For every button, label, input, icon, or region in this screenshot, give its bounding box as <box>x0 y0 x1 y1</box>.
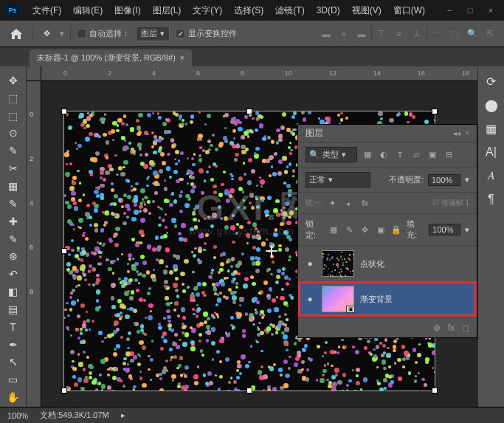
pen-tool[interactable]: ✒ <box>3 337 24 353</box>
align-middle-icon[interactable]: ≡ <box>391 26 407 42</box>
filter-type-icon[interactable]: T <box>394 149 406 161</box>
move-tool-icon[interactable]: ✥ <box>39 27 54 41</box>
filter-smart-icon[interactable]: ▣ <box>427 149 438 161</box>
crop-tool[interactable]: ✂ <box>3 160 24 176</box>
layer-mask-icon[interactable]: ◻ <box>462 323 469 333</box>
lasso-tool[interactable]: ⊙ <box>3 125 24 142</box>
share-icon[interactable]: ⇱ <box>482 26 498 42</box>
menu-layer[interactable]: 图层(L) <box>147 4 187 17</box>
filter-type-select[interactable]: 🔍 类型 ▾ <box>305 147 357 162</box>
handle-mid-left[interactable] <box>61 248 67 254</box>
chevron-right-icon[interactable]: ▸ <box>121 410 125 420</box>
gradient-tool[interactable]: ▤ <box>3 301 24 317</box>
hand-tool[interactable]: ✋ <box>3 389 24 405</box>
maximize-button[interactable]: □ <box>463 5 477 16</box>
auto-select-checkbox[interactable]: 自动选择： <box>77 28 130 39</box>
tab-close-icon[interactable]: × <box>180 54 184 62</box>
menu-edit[interactable]: 编辑(E) <box>67 4 108 17</box>
align-center-h-icon[interactable]: ≡ <box>336 26 352 42</box>
quick-select-tool[interactable]: ✎ <box>3 142 24 159</box>
filter-adjust-icon[interactable]: ◐ <box>378 149 390 161</box>
lock-artboard-icon[interactable]: ▣ <box>375 224 386 235</box>
opacity-input[interactable]: 100% <box>428 174 460 186</box>
layer-style-icon[interactable]: fx <box>448 323 455 333</box>
frame-tool[interactable]: ▦ <box>3 178 24 194</box>
artboard-tool[interactable]: ⬚ <box>3 90 24 106</box>
handle-top-left[interactable] <box>61 109 67 114</box>
history-icon[interactable]: ⟳ <box>483 72 500 90</box>
3d-mode-icon[interactable]: ⬚ <box>446 26 463 42</box>
visibility-icon[interactable]: ● <box>304 258 316 269</box>
paragraph-icon[interactable]: 𝐴 <box>483 167 500 185</box>
link-layers-icon[interactable]: ⊕ <box>433 323 441 333</box>
align-top-icon[interactable]: ⊤ <box>373 26 390 42</box>
menu-window[interactable]: 窗口(W) <box>387 4 431 17</box>
handle-bot-mid[interactable] <box>246 388 252 393</box>
healing-tool[interactable]: ✚ <box>3 213 24 230</box>
type-panel-icon[interactable]: A| <box>483 143 500 161</box>
menu-filter[interactable]: 滤镜(T) <box>269 4 310 17</box>
chevron-down-icon[interactable]: ▾ <box>465 175 469 185</box>
propagate-checkbox[interactable]: ☑ 传播帧 1 <box>432 198 469 208</box>
move-tool[interactable]: ✥ <box>3 72 24 89</box>
home-button[interactable] <box>6 25 27 43</box>
unify-pos-icon[interactable]: ✦ <box>327 197 339 209</box>
layer-thumbnail[interactable]: ▣ <box>322 286 354 312</box>
target-select[interactable]: 图层 ▾ <box>136 26 170 41</box>
lock-pixels-icon[interactable]: ✎ <box>344 224 355 235</box>
layer-thumbnail[interactable] <box>322 250 354 277</box>
separator <box>371 26 372 41</box>
layer-item-pointillize[interactable]: ● 点状化 <box>298 246 477 281</box>
filter-shape-icon[interactable]: ▱ <box>410 149 422 161</box>
collapse-icon[interactable]: ◂◂ <box>453 129 460 137</box>
lock-all-icon[interactable]: 🔒 <box>391 224 402 235</box>
align-left-icon[interactable]: ▬ <box>318 26 334 42</box>
align-right-icon[interactable]: ▬ <box>353 26 370 42</box>
eyedropper-tool[interactable]: ✎ <box>3 196 24 212</box>
chevron-down-icon: ▾ <box>60 29 64 38</box>
type-tool[interactable]: T <box>3 319 24 335</box>
marquee-tool[interactable]: ⬚ <box>3 108 24 124</box>
unify-vis-icon[interactable]: ⬥ <box>343 197 355 209</box>
unify-style-icon[interactable]: fx <box>359 197 371 209</box>
show-transform-checkbox[interactable]: 显示变换控件 <box>176 28 237 39</box>
clone-tool[interactable]: ⊛ <box>3 248 24 264</box>
document-tab[interactable]: 未标题-1 @ 100% (渐变背景, RGB/8#) × <box>30 49 192 66</box>
menu-type[interactable]: 文字(Y) <box>187 4 228 17</box>
color-icon[interactable]: ⬤ <box>483 96 500 114</box>
blend-mode-select[interactable]: 正常 ▾ <box>305 172 370 188</box>
eraser-tool[interactable]: ◧ <box>3 283 24 300</box>
handle-top-right[interactable] <box>432 109 438 114</box>
history-brush-tool[interactable]: ↶ <box>3 266 24 282</box>
minimize-button[interactable]: − <box>442 5 457 16</box>
search-icon[interactable]: 🔍 <box>464 26 480 42</box>
fill-input[interactable]: 100% <box>429 224 460 235</box>
path-tool[interactable]: ↖ <box>3 354 24 371</box>
handle-bot-right[interactable] <box>432 388 438 393</box>
lock-transparent-icon[interactable]: ▦ <box>328 224 339 235</box>
handle-bot-left[interactable] <box>61 388 67 393</box>
options-bar: ✥ ▾ 自动选择： 图层 ▾ 显示变换控件 ▬ ≡ ▬ ⊤ ≡ ⊥ ⋯ ⬚ 🔍 … <box>0 21 504 47</box>
zoom-level[interactable]: 100% <box>7 411 28 420</box>
more-icon[interactable]: ⋯ <box>429 26 445 42</box>
menu-view[interactable]: 视图(V) <box>346 4 387 17</box>
visibility-icon[interactable]: ● <box>304 294 316 304</box>
layer-item-gradient[interactable]: ● ▣ 渐变背景 <box>298 281 477 317</box>
menu-file[interactable]: 文件(F) <box>27 4 67 17</box>
close-panel-icon[interactable]: × <box>465 129 469 137</box>
chevron-down-icon[interactable]: ▾ <box>465 225 469 235</box>
close-button[interactable]: × <box>483 5 498 16</box>
filter-toggle-icon[interactable]: ⊟ <box>443 149 455 161</box>
handle-top-mid[interactable] <box>246 109 252 114</box>
swatches-icon[interactable]: ▦ <box>483 120 500 137</box>
align-bottom-icon[interactable]: ⊥ <box>409 26 425 42</box>
menu-3d[interactable]: 3D(D) <box>311 5 346 16</box>
paragraph-styles-icon[interactable]: ¶ <box>483 190 500 208</box>
menu-image[interactable]: 图像(I) <box>108 4 146 17</box>
brush-tool[interactable]: ✎ <box>3 231 24 247</box>
shape-tool[interactable]: ▭ <box>3 371 24 388</box>
transform-center-icon[interactable] <box>266 245 277 257</box>
filter-pixel-icon[interactable]: ▦ <box>362 149 373 161</box>
menu-select[interactable]: 选择(S) <box>228 4 269 17</box>
lock-position-icon[interactable]: ✥ <box>359 224 370 235</box>
